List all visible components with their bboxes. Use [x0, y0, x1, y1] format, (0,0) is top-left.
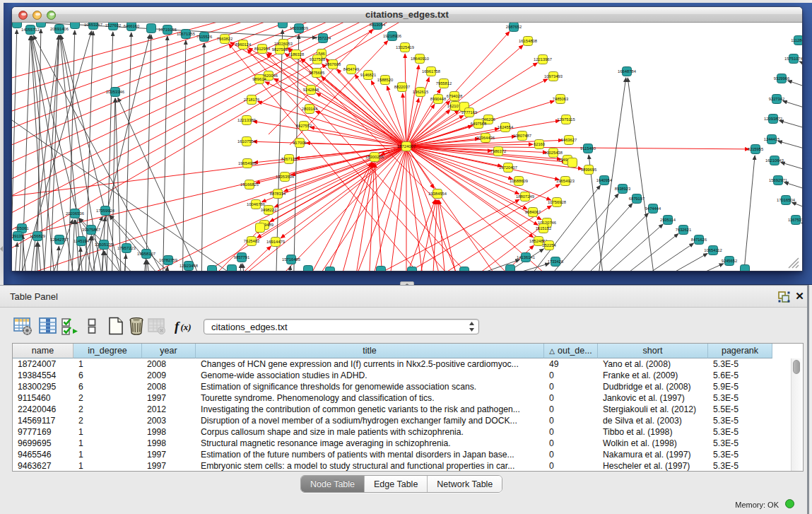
- column-header-short[interactable]: short: [598, 344, 708, 358]
- tab-edge-table[interactable]: Edge Table: [365, 476, 428, 492]
- citation-network-graph[interactable]: 1405571220691406106532671527602646616010…: [12, 23, 802, 271]
- cell-year: 2008: [142, 381, 196, 392]
- cell-in_degree: 6: [73, 381, 142, 392]
- graph-node-label: 10688609: [510, 179, 528, 183]
- column-header-title[interactable]: title: [196, 344, 544, 358]
- graph-node-label: 16914479: [266, 240, 285, 244]
- graph-node-label: 20206536: [66, 211, 84, 216]
- graph-node-label: 19166825: [240, 182, 259, 187]
- cell-in_degree: 2: [73, 404, 142, 415]
- cell-year: 2008: [142, 358, 196, 370]
- graph-node-label: 10973493: [544, 74, 563, 78]
- graph-node[interactable]: [304, 266, 313, 271]
- graph-node[interactable]: [228, 265, 237, 271]
- graph-node-label: 2718176: [244, 98, 260, 102]
- graph-node-label: 989614: [252, 77, 266, 81]
- graph-node[interactable]: [460, 267, 469, 271]
- graph-node[interactable]: [208, 266, 217, 271]
- window-resize-grip[interactable]: [786, 256, 800, 269]
- column-header-in_degree[interactable]: in_degree: [73, 344, 142, 358]
- delete-table-disabled-icon[interactable]: [148, 317, 166, 335]
- graph-node[interactable]: [37, 23, 46, 28]
- graph-node[interactable]: [278, 23, 288, 28]
- graph-node-label: 9115460: [580, 146, 596, 151]
- table-row[interactable]: 1830029562008Estimation of significance …: [13, 381, 776, 392]
- new-table-icon[interactable]: [107, 317, 125, 335]
- cell-title: Estimation of significance thresholds fo…: [196, 381, 544, 392]
- delete-table-icon[interactable]: [127, 317, 146, 335]
- graph-node-label: 9327508: [310, 57, 326, 62]
- table-selector-dropdown[interactable]: citations_edges.txt: [204, 319, 479, 334]
- graph-node[interactable]: [506, 265, 515, 271]
- column-chooser-icon[interactable]: [39, 317, 57, 335]
- graph-node[interactable]: [147, 24, 156, 33]
- column-header-year[interactable]: year: [142, 344, 196, 358]
- cell-in_degree: 6: [73, 370, 142, 381]
- cell-pagerank: 5.3E-5: [708, 460, 772, 472]
- graph-node-label: 2935114: [660, 218, 676, 222]
- table-settings-icon[interactable]: [13, 317, 32, 335]
- graph-node-label: 16107554: [237, 139, 257, 144]
- graph-node-label: 17957223: [117, 246, 136, 250]
- memory-ok-indicator[interactable]: [785, 499, 794, 508]
- sort-ascending-icon: △: [549, 347, 555, 355]
- cell-title: Structural magnetic resonance image aver…: [196, 438, 544, 449]
- graph-node-label: 9463627: [561, 138, 577, 142]
- tab-network-table[interactable]: Network Table: [428, 476, 502, 492]
- tab-node-table[interactable]: Node Table: [301, 476, 365, 492]
- table-row[interactable]: 969969511998Structural magnetic resonanc…: [13, 438, 776, 449]
- scrollbar-thumb[interactable]: [793, 360, 800, 374]
- graph-node[interactable]: [377, 267, 386, 271]
- graph-node-label: 10046786: [247, 202, 265, 206]
- graph-node-label: 8454749: [343, 67, 360, 71]
- column-header-out_de[interactable]: △out_de...: [544, 344, 598, 358]
- table-row[interactable]: 911546021997Tourette syndrome. Phenomeno…: [13, 392, 776, 404]
- column-header-pagerank[interactable]: pagerank: [708, 344, 772, 358]
- graph-node[interactable]: [408, 267, 417, 271]
- graph-node-label: 39975867: [82, 228, 100, 232]
- graph-node[interactable]: [741, 265, 750, 271]
- float-window-icon[interactable]: [778, 291, 790, 303]
- graph-node-label: 18807249: [516, 194, 534, 199]
- cell-title: Tourette syndrome. Phenomenology and cla…: [196, 392, 544, 404]
- table-row[interactable]: 1938455462009Genome-wide association stu…: [13, 370, 776, 381]
- cell-pagerank: 5.9E-5: [708, 381, 772, 392]
- graph-node[interactable]: [256, 223, 265, 233]
- network-window[interactable]: citations_edges.txt 14055712206914061065…: [12, 7, 802, 271]
- graph-node[interactable]: [13, 23, 22, 28]
- network-window-titlebar[interactable]: citations_edges.txt: [12, 7, 802, 23]
- cell-short: Wolkin et al. (1998): [598, 438, 708, 449]
- splitter-left-notch[interactable]: [0, 245, 4, 253]
- graph-node-label: 2803144: [302, 107, 318, 111]
- column-header-name[interactable]: name: [13, 344, 73, 358]
- graph-node-label: 14136141: [517, 255, 535, 259]
- graph-node-label: 8427552: [296, 124, 312, 128]
- table-row[interactable]: 946362711997Embryonic stem cells: a mode…: [13, 460, 776, 472]
- graph-node-label: 16033809: [290, 26, 308, 30]
- table-row[interactable]: 946554611997Estimation of the future num…: [13, 449, 776, 460]
- select-rows-icon[interactable]: [61, 317, 79, 335]
- graph-node[interactable]: [568, 158, 577, 168]
- graph-node-label: 10025438: [544, 151, 563, 155]
- close-panel-icon[interactable]: ✕: [794, 290, 805, 303]
- table-row[interactable]: 977716911998Corpus callosum shape and si…: [13, 426, 776, 438]
- cell-pagerank: 5.3E-5: [708, 438, 772, 449]
- graph-node[interactable]: [71, 23, 80, 29]
- graph-view[interactable]: 1405571220691406106532671527602646616010…: [12, 23, 802, 271]
- row-height-icon[interactable]: [83, 317, 101, 335]
- graph-node-label: 917006: [293, 141, 306, 145]
- table-vertical-scrollbar[interactable]: [791, 358, 802, 471]
- graph-node-label: 9146821: [360, 73, 377, 77]
- table-row[interactable]: 1872400712008Changes of HCN gene express…: [13, 358, 776, 370]
- function-builder-icon[interactable]: f(x): [175, 317, 193, 335]
- cell-out_de: 0: [544, 370, 598, 381]
- table-row[interactable]: 1456911722003Disruption of a novel membe…: [13, 415, 776, 426]
- cell-short: Jankovic et al. (1997): [598, 392, 708, 404]
- graph-node-label: 6466160: [124, 24, 140, 28]
- graph-node[interactable]: [326, 267, 335, 271]
- graph-node-label: 10756928: [548, 200, 566, 204]
- cell-name: 9699695: [13, 438, 73, 449]
- network-view-canvas[interactable]: citations_edges.txt 14055712206914061065…: [4, 3, 812, 285]
- cell-in_degree: 2: [73, 392, 142, 404]
- table-row[interactable]: 2242004622012Investigating the contribut…: [13, 404, 776, 415]
